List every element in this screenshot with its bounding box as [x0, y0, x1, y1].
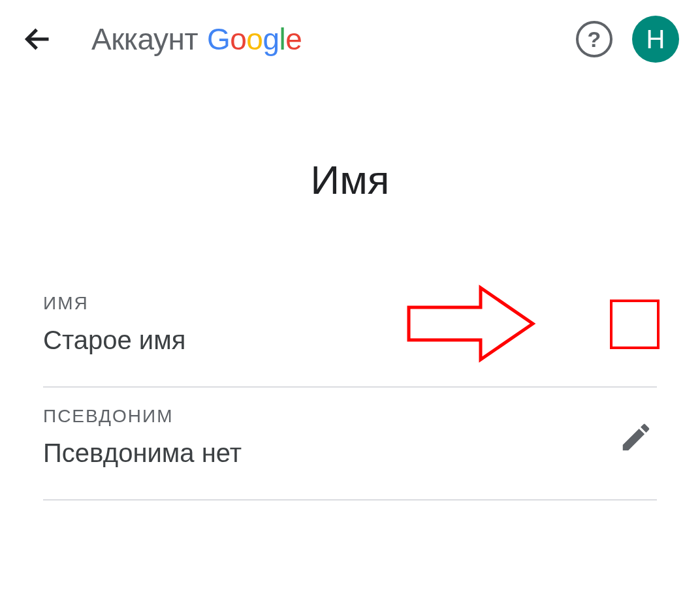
nickname-value: Псевдонима нет [43, 439, 615, 468]
annotation-arrow-icon [402, 281, 539, 366]
edit-name-button[interactable] [610, 300, 660, 349]
name-row: ИМЯ Старое имя [43, 275, 657, 388]
brand-prefix: Аккаунт [91, 22, 198, 57]
brand-title: Аккаунт Google [91, 22, 302, 57]
svg-marker-1 [409, 288, 533, 360]
edit-nickname-button[interactable] [615, 416, 657, 458]
content-area: ИМЯ Старое имя ПСЕВДОНИМ Псевдонима нет [0, 275, 700, 501]
back-button[interactable] [21, 22, 55, 56]
nickname-row-text: ПСЕВДОНИМ Псевдонима нет [43, 406, 615, 468]
help-button[interactable]: ? [576, 21, 612, 57]
page-title: Имя [0, 157, 700, 203]
question-mark-icon: ? [588, 27, 601, 52]
app-header: Аккаунт Google ? Н [0, 0, 700, 78]
arrow-left-icon [24, 25, 52, 54]
pencil-icon [618, 420, 654, 455]
avatar-initial: Н [646, 25, 665, 54]
nickname-label: ПСЕВДОНИМ [43, 406, 615, 427]
nickname-row: ПСЕВДОНИМ Псевдонима нет [43, 388, 657, 501]
account-avatar[interactable]: Н [632, 16, 679, 63]
google-logo: Google [207, 22, 302, 57]
header-actions: ? Н [576, 16, 679, 63]
